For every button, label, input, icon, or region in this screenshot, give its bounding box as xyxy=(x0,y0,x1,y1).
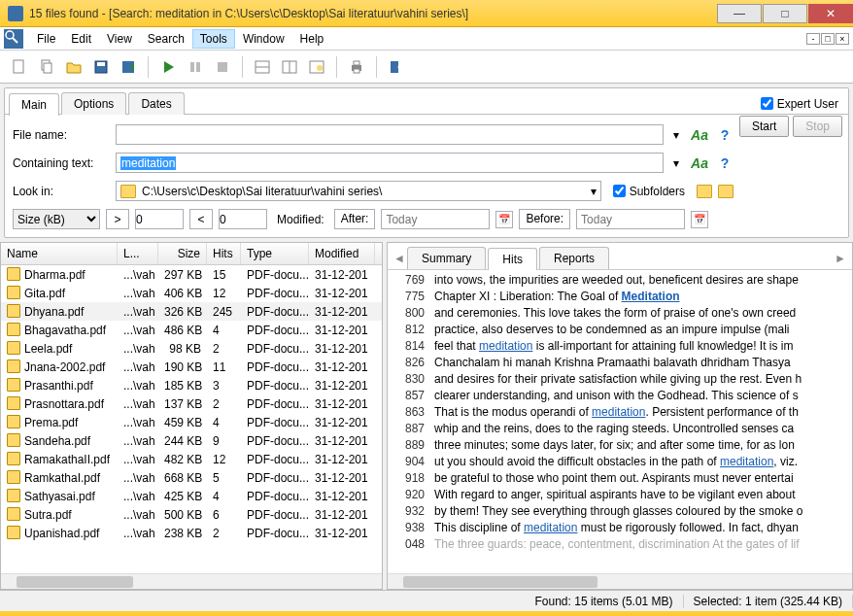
play-button[interactable] xyxy=(156,55,180,79)
table-row[interactable]: Sutra.pdf...\vah500 KB6PDF-docu...31-12-… xyxy=(1,505,382,524)
table-row[interactable]: Prasanthi.pdf...\vah185 KB3PDF-docu...31… xyxy=(1,376,382,394)
hit-row[interactable]: 769into vows, the impurities are weeded … xyxy=(388,272,852,289)
table-row[interactable]: Gita.pdf...\vah406 KB12PDF-docu...31-12-… xyxy=(1,284,382,302)
close-button[interactable]: ✕ xyxy=(808,4,853,23)
hit-row[interactable]: 889three minutes; some days later, for s… xyxy=(388,437,852,454)
mdi-minimize-icon[interactable]: - xyxy=(806,33,820,45)
gt-op[interactable] xyxy=(106,209,129,229)
column-hits[interactable]: Hits xyxy=(207,243,241,264)
table-row[interactable]: Sathyasai.pdf...\vah425 KB4PDF-docu...31… xyxy=(1,487,382,505)
table-row[interactable]: RamkathaI.pdf...\vah668 KB5PDF-docu...31… xyxy=(1,468,382,487)
case-toggle-icon[interactable]: Aa xyxy=(689,155,710,171)
column-modified[interactable]: Modified xyxy=(309,243,375,264)
hit-row[interactable]: 830and desires for their private satisfa… xyxy=(388,371,852,388)
tab-hits[interactable]: Hits xyxy=(488,248,537,270)
table-row[interactable]: Sandeha.pdf...\vah244 KB9PDF-docu...31-1… xyxy=(1,431,382,450)
tab-scroll-right-icon[interactable]: ► xyxy=(833,252,848,265)
subfolders-checkbox[interactable] xyxy=(613,185,626,197)
after-date-input[interactable] xyxy=(381,209,490,229)
hit-row[interactable]: 918be grateful to those who point them o… xyxy=(388,470,852,487)
menu-file[interactable]: File xyxy=(29,29,63,49)
hit-link[interactable]: meditation xyxy=(524,521,577,534)
browse-folder-icon[interactable] xyxy=(697,185,712,198)
table-row[interactable]: Dharma.pdf...\vah297 KB15PDF-docu...31-1… xyxy=(1,265,382,284)
hit-row[interactable]: 814feel that meditation is all-important… xyxy=(388,338,852,355)
menu-search[interactable]: Search xyxy=(140,29,192,49)
layout1-button[interactable] xyxy=(251,55,274,79)
pause-button[interactable] xyxy=(184,55,207,79)
table-row[interactable]: Jnana-2002.pdf...\vah190 KB11PDF-docu...… xyxy=(1,358,382,376)
hit-row[interactable]: 863That is the modus operandi of meditat… xyxy=(388,404,852,421)
hit-link[interactable]: meditation xyxy=(592,405,645,419)
tab-dates[interactable]: Dates xyxy=(128,92,184,115)
tab-scroll-left-icon[interactable]: ◄ xyxy=(392,252,407,265)
layout2-button[interactable] xyxy=(278,55,301,79)
column-type[interactable]: Type xyxy=(241,243,309,264)
exit-button[interactable] xyxy=(385,55,408,79)
menu-view[interactable]: View xyxy=(99,29,140,49)
tab-main[interactable]: Main xyxy=(9,93,59,116)
dropdown-icon[interactable]: ▾ xyxy=(591,185,597,198)
help-icon[interactable]: ? xyxy=(716,155,734,171)
menu-tools[interactable]: Tools xyxy=(192,29,235,49)
menu-window[interactable]: Window xyxy=(235,29,292,49)
hit-row[interactable]: 920With regard to anger, spiritual aspir… xyxy=(388,487,852,503)
hit-row[interactable]: 826Chanchalam hi manah Krishna Pramaathi… xyxy=(388,355,852,371)
before-date-input[interactable] xyxy=(576,209,685,229)
column-name[interactable]: Name xyxy=(1,243,118,264)
table-row[interactable]: Prasnottara.pdf...\vah137 KB2PDF-docu...… xyxy=(1,394,382,413)
tab-summary[interactable]: Summary xyxy=(407,247,486,269)
hit-link[interactable]: meditation xyxy=(720,455,773,468)
hit-row[interactable]: 857clearer understanding, and unison wit… xyxy=(388,388,852,404)
layout3-button[interactable] xyxy=(305,55,328,79)
mdi-close-icon[interactable]: × xyxy=(836,33,849,45)
tab-options[interactable]: Options xyxy=(61,92,126,115)
table-row[interactable]: Upanishad.pdf...\vah238 KB2PDF-docu...31… xyxy=(1,524,382,542)
table-row[interactable]: Dhyana.pdf...\vah326 KB245PDF-docu...31-… xyxy=(1,302,382,321)
new-search-button[interactable] xyxy=(8,55,31,79)
table-row[interactable]: Prema.pdf...\vah459 KB4PDF-docu...31-12-… xyxy=(1,413,382,431)
table-row[interactable]: Bhagavatha.pdf...\vah486 KB4PDF-docu...3… xyxy=(1,321,382,339)
hit-row[interactable]: 938This discipline of meditation must be… xyxy=(388,520,852,536)
export-button[interactable] xyxy=(117,55,140,79)
lookin-input[interactable]: C:\Users\c\Desktop\Sai literatuur\vahini… xyxy=(116,181,601,201)
lt-op[interactable] xyxy=(189,209,213,229)
copy-button[interactable] xyxy=(35,55,58,79)
hit-row[interactable]: 887whip and the reins, does to the ragin… xyxy=(388,421,852,437)
calendar-icon[interactable]: 📅 xyxy=(495,211,513,228)
case-toggle-icon[interactable]: Aa xyxy=(689,127,710,143)
filename-input[interactable] xyxy=(116,124,664,145)
expert-user-checkbox[interactable] xyxy=(761,97,773,110)
open-folder-button[interactable] xyxy=(62,55,85,79)
start-button[interactable]: Start xyxy=(739,116,789,137)
menu-edit[interactable]: Edit xyxy=(63,29,99,49)
gt-value[interactable] xyxy=(135,209,184,229)
print-button[interactable] xyxy=(345,55,368,79)
dropdown-icon[interactable]: ▾ xyxy=(669,128,683,142)
table-row[interactable]: Leela.pdf...\vah98 KB2PDF-docu...31-12-2… xyxy=(1,339,382,358)
lt-value[interactable] xyxy=(219,209,267,229)
minimize-button[interactable]: — xyxy=(717,4,762,23)
dropdown-icon[interactable]: ▾ xyxy=(669,156,683,170)
horizontal-scrollbar[interactable] xyxy=(388,573,852,589)
column-size[interactable]: Size xyxy=(158,243,207,264)
hit-row[interactable]: 932by them! They see everything through … xyxy=(388,503,852,520)
containing-text-input[interactable]: meditation xyxy=(116,153,664,173)
hit-link[interactable]: Meditation xyxy=(622,290,680,303)
hit-row[interactable]: 812practice, also deserves to be condemn… xyxy=(388,322,852,338)
hit-row[interactable]: 904ut you should avoid the difficult obs… xyxy=(388,454,852,470)
mdi-restore-icon[interactable]: □ xyxy=(821,33,835,45)
hit-row[interactable]: 800and ceremonies. This love takes the f… xyxy=(388,305,852,322)
horizontal-scrollbar[interactable] xyxy=(1,573,382,589)
column-location[interactable]: L... xyxy=(118,243,158,264)
tab-reports[interactable]: Reports xyxy=(539,247,609,269)
menu-help[interactable]: Help xyxy=(292,29,332,49)
hit-row[interactable]: 048The three guards: peace, contentment,… xyxy=(388,536,852,553)
add-folder-icon[interactable] xyxy=(718,185,734,198)
hit-row[interactable]: 775Chapter XI : Liberation: The Goal of … xyxy=(388,289,852,305)
help-icon[interactable]: ? xyxy=(716,127,734,143)
save-button[interactable] xyxy=(89,55,113,79)
stop-button[interactable] xyxy=(211,55,234,79)
table-row[interactable]: RamakathaII.pdf...\vah482 KB12PDF-docu..… xyxy=(1,450,382,468)
size-unit-select[interactable]: Size (kB) xyxy=(13,209,100,229)
